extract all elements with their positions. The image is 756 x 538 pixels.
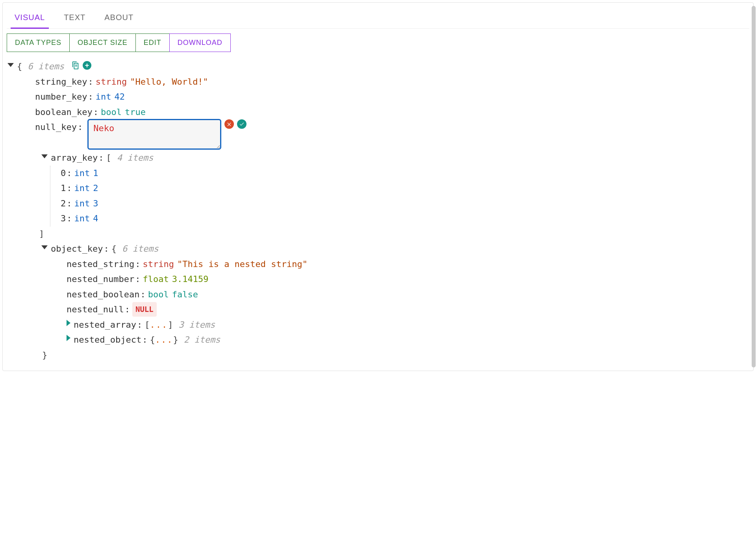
value: false — [172, 287, 198, 302]
type-label: string — [96, 74, 127, 90]
entry-nested-string[interactable]: nested_string : string "This is a nested… — [7, 257, 749, 272]
colon: : — [88, 89, 93, 105]
key-label: nested_string — [67, 257, 134, 272]
key-label: nested_number — [67, 272, 134, 287]
open-brace: { — [111, 241, 117, 257]
tab-visual[interactable]: VISUAL — [13, 7, 46, 28]
key-label: nested_null — [67, 302, 124, 317]
type-label: int — [74, 196, 90, 211]
json-tree: { 6 items + string_key : string "Hello, … — [7, 59, 749, 363]
item-count: 2 items — [184, 332, 220, 348]
key-label: number_key — [35, 89, 87, 105]
tab-text[interactable]: TEXT — [62, 7, 87, 28]
type-label: int — [74, 166, 90, 181]
colon: : — [67, 181, 72, 196]
open-brace: { — [150, 332, 155, 348]
value: "Hello, World!" — [130, 74, 208, 90]
colon: : — [67, 211, 72, 226]
expand-icon[interactable] — [67, 320, 70, 326]
ellipsis: ... — [150, 317, 168, 333]
entry-array-key[interactable]: array_key : [ 4 items — [7, 150, 749, 166]
type-label: bool — [101, 105, 122, 120]
index-label: 2 — [61, 196, 66, 211]
entry-nested-null[interactable]: nested_null : NULL — [7, 302, 749, 317]
add-icon[interactable]: + — [82, 61, 92, 70]
collapse-icon[interactable] — [41, 245, 48, 249]
key-label: boolean_key — [35, 105, 93, 120]
key-label: nested_object — [74, 332, 141, 348]
index-label: 1 — [61, 181, 66, 196]
entry-nested-number[interactable]: nested_number : float 3.14159 — [7, 272, 749, 287]
entry-number-key[interactable]: number_key : int 42 — [7, 89, 749, 105]
collapse-icon[interactable] — [41, 154, 48, 158]
close-bracket: ] — [39, 226, 44, 242]
main-tabs: VISUAL TEXT ABOUT — [7, 7, 749, 29]
close-brace: } — [173, 332, 178, 348]
open-brace: { — [17, 59, 22, 74]
item-count: 4 items — [117, 150, 154, 166]
key-label: null_key — [35, 120, 77, 135]
close-bracket: ] — [168, 317, 173, 333]
array-item[interactable]: 2 : int 3 — [61, 196, 749, 211]
type-label: int — [96, 89, 111, 105]
edit-button[interactable]: EDIT — [136, 33, 169, 52]
value: 3.14159 — [172, 272, 209, 287]
entry-nested-object[interactable]: nested_object : { ... } 2 items — [7, 332, 749, 348]
action-buttons: DATA TYPES OBJECT SIZE EDIT DOWNLOAD — [7, 33, 749, 52]
value: 42 — [114, 89, 125, 105]
colon: : — [98, 150, 104, 166]
colon: : — [135, 272, 140, 287]
colon: : — [137, 317, 142, 333]
expand-icon[interactable] — [67, 335, 70, 341]
key-label: nested_boolean — [67, 287, 139, 302]
entry-nested-array[interactable]: nested_array : [ ... ] 3 items — [7, 317, 749, 333]
confirm-edit-icon[interactable] — [237, 119, 246, 129]
cancel-edit-icon[interactable] — [224, 119, 234, 129]
item-count: 3 items — [178, 317, 215, 333]
close-brace: } — [42, 348, 47, 363]
value: 1 — [93, 166, 98, 181]
data-types-button[interactable]: DATA TYPES — [7, 33, 70, 52]
value: "This is a nested string" — [177, 257, 308, 272]
colon: : — [78, 120, 83, 135]
collapse-icon[interactable] — [7, 63, 14, 67]
object-close: } — [7, 348, 749, 363]
colon: : — [125, 302, 130, 317]
array-close: ] — [7, 226, 749, 242]
type-label: float — [143, 272, 169, 287]
entry-boolean-key[interactable]: boolean_key : bool true — [7, 105, 749, 120]
object-size-button[interactable]: OBJECT SIZE — [70, 33, 136, 52]
open-bracket: [ — [145, 317, 150, 333]
vertical-scrollbar[interactable] — [752, 6, 756, 367]
entry-null-key: null_key : — [7, 120, 749, 150]
key-label: nested_array — [74, 317, 136, 333]
colon: : — [104, 241, 109, 257]
tab-about[interactable]: ABOUT — [103, 7, 135, 28]
colon: : — [88, 74, 93, 90]
index-label: 0 — [61, 166, 66, 181]
colon: : — [142, 332, 147, 348]
entry-object-key[interactable]: object_key : { 6 items — [7, 241, 749, 257]
colon: : — [135, 257, 140, 272]
value-edit-input[interactable] — [87, 119, 221, 150]
array-item[interactable]: 1 : int 2 — [61, 181, 749, 196]
array-item[interactable]: 3 : int 4 — [61, 211, 749, 226]
open-bracket: [ — [106, 150, 111, 166]
clipboard-icon[interactable] — [70, 61, 80, 70]
type-label: string — [143, 257, 174, 272]
array-item[interactable]: 0 : int 1 — [61, 166, 749, 181]
colon: : — [140, 287, 145, 302]
value: 4 — [93, 211, 98, 226]
key-label: array_key — [51, 150, 98, 166]
index-label: 3 — [61, 211, 66, 226]
entry-nested-boolean[interactable]: nested_boolean : bool false — [7, 287, 749, 302]
colon: : — [93, 105, 98, 120]
key-label: object_key — [51, 241, 103, 257]
download-button[interactable]: DOWNLOAD — [169, 33, 231, 52]
item-count: 6 items — [28, 59, 64, 74]
value: 2 — [93, 181, 98, 196]
null-badge: NULL — [132, 302, 157, 317]
colon: : — [67, 166, 72, 181]
entry-string-key[interactable]: string_key : string "Hello, World!" — [7, 74, 749, 90]
type-label: bool — [148, 287, 169, 302]
